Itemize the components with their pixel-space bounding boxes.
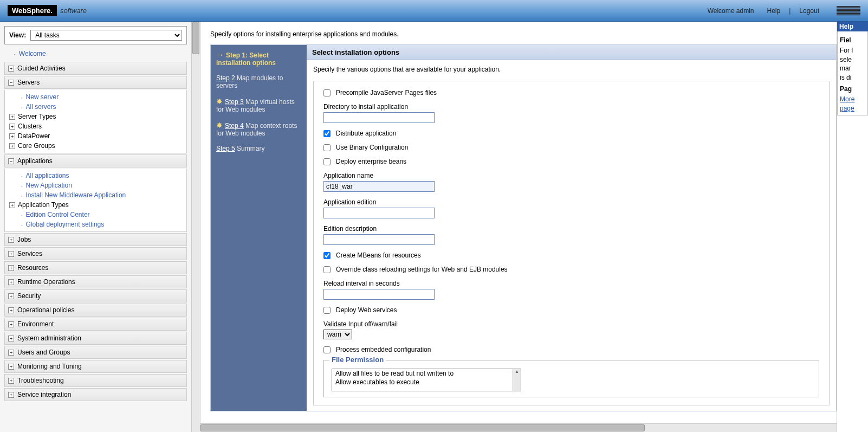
nav-item-edition-control-center[interactable]: Edition Control Center	[18, 210, 186, 220]
use-binary-checkbox[interactable]	[323, 144, 331, 151]
nav-subgroup-label: Server Types	[18, 113, 56, 120]
nav-subgroup-label: DataPower	[18, 132, 50, 140]
nav-subgroup-datapower[interactable]: +DataPower	[18, 131, 186, 141]
nav-group-security[interactable]: +Security	[4, 289, 187, 302]
nav-item-all-applications[interactable]: All applications	[18, 171, 186, 180]
expand-icon[interactable]: +	[8, 265, 14, 271]
process-embedded-checkbox[interactable]	[323, 346, 331, 353]
expand-icon[interactable]: +	[8, 307, 14, 313]
view-selector-row: View: All tasks	[4, 26, 187, 44]
wizard-step-5[interactable]: Step 5 Summary	[216, 145, 301, 152]
expand-icon[interactable]: +	[8, 364, 14, 370]
edition-desc-label: Edition description	[323, 225, 819, 233]
nav-subgroup-label: Clusters	[18, 122, 42, 130]
expand-icon[interactable]: +	[9, 124, 15, 130]
logout-link[interactable]: Logout	[799, 7, 819, 15]
perm-scrollbar[interactable]	[513, 369, 521, 391]
create-mbeans-label: Create MBeans for resources	[336, 252, 421, 259]
nav-scrollbar[interactable]	[191, 22, 200, 432]
app-name-input[interactable]	[323, 181, 435, 192]
expand-icon[interactable]: +	[9, 133, 15, 139]
nav-group-operational-policies[interactable]: +Operational policies	[4, 304, 187, 317]
expand-icon[interactable]: +	[8, 251, 14, 257]
help-link[interactable]: Help	[767, 7, 780, 15]
deploy-ejb-checkbox[interactable]	[323, 158, 331, 165]
expand-icon[interactable]: +	[8, 378, 14, 384]
nav-group-applications[interactable]: −Applications	[4, 154, 187, 167]
nav-item-new-application[interactable]: New Application	[18, 180, 186, 190]
wizard-step-4[interactable]: ✸Step 4 Map context roots for Web module…	[216, 121, 301, 137]
install-dir-input[interactable]	[323, 112, 435, 123]
help-panel: Help Fiel For f sele mar is di Pag More …	[837, 22, 868, 432]
app-edition-label: Application edition	[323, 198, 819, 206]
process-embedded-label: Process embedded configuration	[336, 346, 431, 353]
nav-group-label: Monitoring and Tuning	[17, 363, 82, 370]
nav-group-troubleshooting[interactable]: +Troubleshooting	[4, 374, 187, 387]
wizard-step-2[interactable]: Step 2 Map modules to servers	[216, 74, 301, 89]
nav-group-label: Applications	[17, 157, 53, 165]
nav-subgroup-server-types[interactable]: +Server Types	[18, 112, 186, 121]
expand-icon[interactable]: +	[8, 336, 14, 341]
main-horizontal-scrollbar[interactable]	[200, 423, 837, 432]
nav-item-all-servers[interactable]: All servers	[18, 102, 186, 112]
nav-group-service-integration[interactable]: +Service integration	[4, 388, 187, 401]
collapse-icon[interactable]: −	[8, 158, 14, 164]
nav-item-install-new-middleware-application[interactable]: Install New Middleware Application	[18, 190, 186, 200]
validate-select[interactable]: warn	[323, 330, 352, 339]
create-mbeans-checkbox[interactable]	[323, 252, 331, 259]
expand-icon[interactable]: +	[8, 350, 14, 356]
expand-icon[interactable]: +	[8, 237, 14, 243]
override-reload-checkbox[interactable]	[323, 266, 331, 273]
nav-group-system-administration[interactable]: +System administration	[4, 332, 187, 345]
view-select[interactable]: All tasks	[30, 30, 182, 41]
nav-group-jobs[interactable]: +Jobs	[4, 233, 187, 246]
precompile-checkbox[interactable]	[323, 89, 331, 96]
nav-group-servers[interactable]: −Servers	[4, 76, 187, 89]
distribute-checkbox[interactable]	[323, 130, 331, 137]
perm-item[interactable]: Allow all files to be read but not writt…	[332, 369, 521, 378]
expand-icon[interactable]: +	[8, 321, 14, 327]
step-link[interactable]: Step 5	[216, 145, 235, 152]
expand-icon[interactable]: +	[8, 392, 14, 398]
reload-interval-input[interactable]	[323, 289, 435, 300]
nav-group-guided-activities[interactable]: +Guided Activities	[4, 62, 187, 75]
expand-icon[interactable]: +	[9, 143, 15, 149]
nav-group-label: Troubleshooting	[17, 377, 64, 384]
collapse-icon[interactable]: −	[8, 80, 14, 86]
expand-icon[interactable]: +	[9, 202, 15, 208]
ibm-logo	[837, 6, 860, 16]
nav-subgroup-clusters[interactable]: +Clusters	[18, 121, 186, 131]
expand-icon[interactable]: +	[8, 279, 14, 285]
nav-subgroup-application-types[interactable]: +Application Types	[18, 200, 186, 210]
nav-group-runtime-operations[interactable]: +Runtime Operations	[4, 275, 187, 288]
wizard-step-3[interactable]: ✸Step 3 Map virtual hosts for Web module…	[216, 97, 301, 113]
nav-group-users-and-groups[interactable]: +Users and Groups	[4, 346, 187, 359]
deploy-ws-checkbox[interactable]	[323, 307, 331, 314]
nav-item-new-server[interactable]: New server	[18, 92, 186, 102]
nav-item-global-deployment-settings[interactable]: Global deployment settings	[18, 220, 186, 229]
help-page-link[interactable]: page	[840, 105, 854, 112]
field-help-title: Fiel	[840, 36, 866, 45]
nav-subgroup-core-groups[interactable]: +Core Groups	[18, 141, 186, 151]
use-binary-label: Use Binary Configuration	[336, 144, 408, 151]
perm-item[interactable]: Allow executables to execute	[332, 378, 521, 386]
expand-icon[interactable]: +	[8, 66, 14, 72]
expand-icon[interactable]: +	[8, 293, 14, 299]
step-link[interactable]: Step 4	[225, 122, 244, 130]
nav-group-monitoring-and-tuning[interactable]: +Monitoring and Tuning	[4, 360, 187, 373]
edition-desc-input[interactable]	[323, 234, 435, 245]
help-more-link[interactable]: More	[840, 95, 854, 103]
svg-rect-0	[837, 6, 860, 7]
step-link[interactable]: Step 2	[216, 74, 235, 82]
panel-desc: Specify the various options that are ava…	[313, 66, 830, 73]
nav-group-resources[interactable]: +Resources	[4, 261, 187, 274]
app-edition-input[interactable]	[323, 208, 435, 218]
nav-group-label: Resources	[17, 264, 48, 272]
nav-group-services[interactable]: +Services	[4, 247, 187, 260]
nav-welcome[interactable]: Welcome	[4, 48, 187, 62]
nav-group-label: System administration	[17, 334, 81, 342]
step-link[interactable]: Step 3	[225, 98, 244, 106]
file-permission-listbox[interactable]: Allow all files to be read but not writt…	[332, 369, 521, 391]
nav-group-environment[interactable]: +Environment	[4, 318, 187, 331]
expand-icon[interactable]: +	[9, 114, 15, 120]
